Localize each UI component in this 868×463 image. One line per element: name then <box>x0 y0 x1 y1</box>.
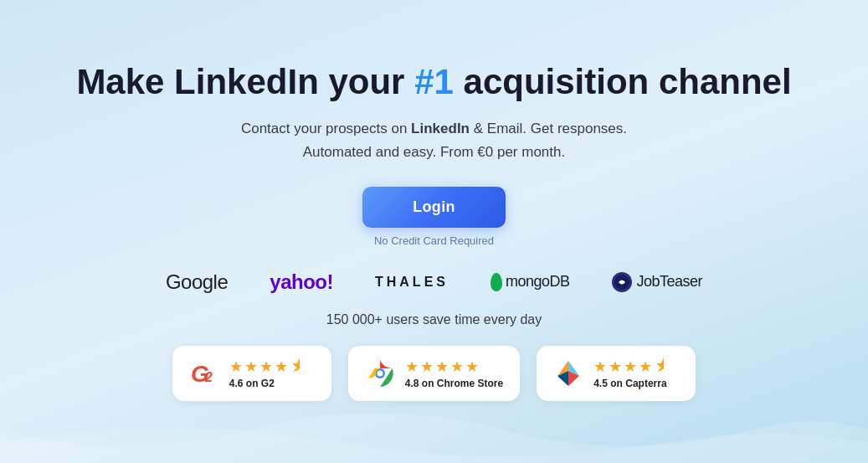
star-half: ⯨ <box>654 358 669 376</box>
g2-rating-label: 4.6 on G2 <box>229 378 305 389</box>
capterra-rating-info: ★ ★ ★ ★ ⯨ 4.5 on Capterra <box>593 358 669 389</box>
headline-accent: #1 <box>414 62 454 101</box>
logo-yahoo: yahoo! <box>270 270 333 294</box>
rating-card-g2: G 2 ★ ★ ★ ★ ⯨ 4.6 on G2 <box>172 346 331 401</box>
capterra-logo <box>553 358 583 388</box>
chrome-stars: ★ ★ ★ ★ ★ <box>405 358 503 376</box>
headline-after: acquisition channel <box>454 62 792 101</box>
star-3: ★ <box>259 358 273 376</box>
rating-card-chrome: ★ ★ ★ ★ ★ 4.8 on Chrome Store <box>348 346 520 401</box>
chrome-rating-label: 4.8 on Chrome Store <box>405 378 503 389</box>
star-1: ★ <box>405 358 419 376</box>
subtext-linkedin: LinkedIn <box>411 121 470 136</box>
star-1: ★ <box>229 358 243 376</box>
jobteaser-icon <box>612 272 632 292</box>
star-4: ★ <box>639 358 652 376</box>
svg-point-5 <box>377 370 383 376</box>
login-section: Login No Credit Card Required <box>362 187 505 247</box>
star-3: ★ <box>435 358 449 376</box>
headline-before: Make LinkedIn your <box>76 62 414 101</box>
star-2: ★ <box>609 358 622 376</box>
logo-mongodb: mongoDB <box>490 273 570 291</box>
logo-google: Google <box>166 270 228 294</box>
login-button[interactable]: Login <box>362 187 505 228</box>
subtext-line1-end: & Email. Get responses. <box>470 121 627 136</box>
subtext-line2: Automated and easy. From €0 per month. <box>303 144 565 160</box>
logo-jobteaser: JobTeaser <box>612 272 703 292</box>
logo-thales: THALES <box>375 275 449 290</box>
svg-text:2: 2 <box>204 370 213 384</box>
star-half: ⯨ <box>290 358 305 376</box>
star-2: ★ <box>420 358 434 376</box>
rating-card-capterra: ★ ★ ★ ★ ⯨ 4.5 on Capterra <box>537 346 696 401</box>
capterra-rating-label: 4.5 on Capterra <box>593 378 669 389</box>
google-chrome-logo <box>365 358 395 388</box>
main-container: Make LinkedIn your #1 acquisition channe… <box>0 0 868 463</box>
no-credit-card-text: No Credit Card Required <box>374 234 494 247</box>
g2-rating-info: ★ ★ ★ ★ ⯨ 4.6 on G2 <box>229 358 305 389</box>
ratings-row: G 2 ★ ★ ★ ★ ⯨ 4.6 on G2 <box>172 346 696 401</box>
g2-stars: ★ ★ ★ ★ ⯨ <box>229 358 305 376</box>
subtext: Contact your prospects on LinkedIn & Ema… <box>241 117 627 162</box>
wave-decoration <box>0 396 868 463</box>
star-1: ★ <box>593 358 607 376</box>
star-5: ★ <box>465 358 479 376</box>
g2-logo: G 2 <box>189 358 219 388</box>
headline: Make LinkedIn your #1 acquisition channe… <box>76 62 791 102</box>
users-text: 150 000+ users save time every day <box>326 312 542 327</box>
mongodb-leaf-icon <box>490 273 502 291</box>
star-4: ★ <box>275 358 288 376</box>
star-4: ★ <box>450 358 464 376</box>
subtext-line1-start: Contact your prospects on <box>241 121 411 136</box>
star-3: ★ <box>624 358 637 376</box>
capterra-stars: ★ ★ ★ ★ ⯨ <box>593 358 669 376</box>
star-2: ★ <box>244 358 258 376</box>
logos-row: Google yahoo! THALES mongoDB JobTeaser <box>166 270 702 294</box>
chrome-rating-info: ★ ★ ★ ★ ★ 4.8 on Chrome Store <box>405 358 503 389</box>
